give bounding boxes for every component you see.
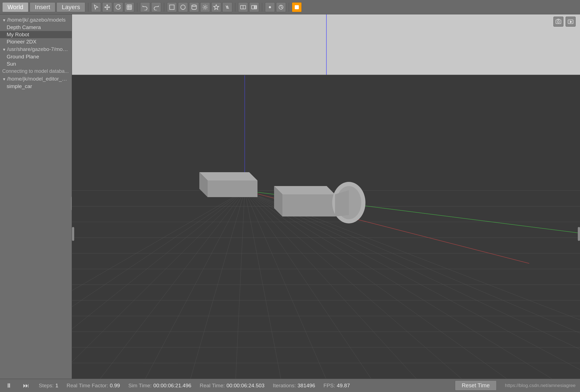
tool-orange[interactable] [292, 2, 302, 12]
svg-marker-35 [335, 190, 349, 216]
sidebar-item-sun[interactable]: Sun [0, 60, 72, 68]
iterations-label: Iterations: [273, 383, 296, 389]
screenshot-icon[interactable] [553, 17, 563, 27]
statusbar: ⏸ ⏭ Steps: 1 Real Time Factor: 0.99 Sim … [0, 379, 580, 392]
steps-label: Steps: [39, 383, 54, 389]
tab-insert[interactable]: Insert [30, 2, 55, 12]
svg-marker-27 [199, 172, 257, 180]
svg-marker-26 [570, 21, 572, 23]
reset-time-button[interactable]: Reset Time [455, 380, 497, 391]
status-fps: FPS: 49.87 [323, 383, 350, 389]
toolbar-separator-2 [137, 3, 137, 12]
tool-cylinder[interactable] [189, 2, 199, 12]
model-depth-camera[interactable] [266, 175, 371, 230]
svg-marker-28 [208, 180, 257, 197]
toolbar-separator-3 [164, 3, 164, 12]
toolbar-separator-1 [88, 3, 88, 12]
sidebar-group-home-gazebo[interactable]: /home/jk/.gazebo/models [0, 16, 72, 24]
svg-rect-0 [127, 5, 132, 9]
tool-model2[interactable] [249, 2, 259, 12]
sidebar-group-usr-share[interactable]: /usr/share/gazebo-7/models [0, 45, 72, 53]
main-toolbar: World Insert Layers [0, 0, 580, 14]
tool-move[interactable] [102, 2, 112, 12]
toolbar-separator-6 [289, 3, 289, 12]
svg-point-2 [181, 5, 185, 9]
3d-scene[interactable] [72, 75, 580, 379]
pause-button[interactable]: ⏸ [4, 381, 13, 390]
sim-time-label: Sim Time: [128, 383, 151, 389]
tab-layers[interactable]: Layers [56, 2, 85, 12]
svg-line-8 [207, 9, 207, 9]
vertical-axis-line [326, 14, 327, 75]
fps-label: FPS: [323, 383, 335, 389]
main-content: /home/jk/.gazebo/models Depth Camera My … [0, 14, 580, 379]
tab-world[interactable]: World [2, 2, 29, 12]
toolbar-separator-4 [235, 3, 235, 12]
sidebar-item-depth-camera[interactable]: Depth Camera [0, 24, 72, 31]
model-my-robot[interactable] [191, 167, 269, 200]
sim-time-value: 00:00:06:21.496 [153, 383, 191, 389]
sidebar-group-model-editor[interactable]: /home/jk/model_editor_mo... [0, 75, 72, 83]
svg-point-4 [204, 6, 206, 8]
steps-value: 1 [55, 383, 58, 389]
tool-spot-light[interactable] [222, 2, 232, 12]
svg-rect-1 [170, 5, 174, 9]
tool-scale[interactable] [124, 2, 134, 12]
tool-sphere[interactable] [178, 2, 188, 12]
rtf-label: Real Time Factor: [66, 383, 108, 389]
left-edge-handle[interactable] [72, 227, 74, 241]
svg-line-11 [203, 9, 204, 9]
status-real-time: Real Time: 00:00:06:24.503 [200, 383, 264, 389]
viewport-icons [553, 17, 576, 27]
viewport [72, 14, 580, 379]
toolbar-separator-5 [262, 3, 262, 12]
tool-model1[interactable] [238, 2, 248, 12]
sidebar-panel: /home/jk/.gazebo/models Depth Camera My … [0, 14, 72, 379]
status-sim-time: Sim Time: 00:00:06:21.496 [128, 383, 191, 389]
svg-marker-13 [214, 4, 219, 9]
real-time-value: 00:00:06:24.503 [226, 383, 264, 389]
tool-rotate[interactable] [113, 2, 123, 12]
tool-link[interactable] [276, 2, 286, 12]
fps-value: 49.87 [337, 383, 350, 389]
tool-undo[interactable] [140, 2, 150, 12]
tool-redo[interactable] [151, 2, 161, 12]
svg-marker-30 [274, 186, 335, 194]
record-icon[interactable] [566, 17, 576, 27]
status-url: https://blog.csdn.net/amnesiagree [505, 383, 576, 388]
tool-sun[interactable] [200, 2, 210, 12]
status-iterations: Iterations: 381496 [273, 383, 315, 389]
svg-marker-31 [282, 194, 335, 216]
sidebar-item-pioneer-2dx[interactable]: Pioneer 2DX [0, 38, 72, 45]
sky-preview [72, 14, 580, 75]
status-steps: Steps: 1 [39, 383, 58, 389]
svg-line-7 [203, 5, 204, 6]
svg-point-3 [192, 5, 197, 6]
sidebar-item-my-robot[interactable]: My Robot [0, 31, 72, 38]
real-time-label: Real Time: [200, 383, 225, 389]
sidebar-item-simple-car[interactable]: simple_car [0, 83, 72, 90]
step-button[interactable]: ⏭ [22, 381, 30, 390]
tool-box[interactable] [167, 2, 177, 12]
svg-line-12 [207, 5, 207, 6]
svg-point-24 [557, 21, 559, 23]
right-edge-handle[interactable] [578, 227, 580, 241]
svg-rect-22 [295, 5, 299, 9]
sidebar-item-ground-plane[interactable]: Ground Plane [0, 53, 72, 60]
iterations-value: 381496 [298, 383, 315, 389]
tool-point-light[interactable] [211, 2, 221, 12]
status-rtf: Real Time Factor: 0.99 [66, 383, 120, 389]
svg-rect-19 [255, 6, 256, 8]
tool-joint[interactable] [265, 2, 275, 12]
tool-select[interactable] [91, 2, 101, 12]
sidebar-connecting: Connecting to model databa... [0, 68, 72, 75]
rtf-value: 0.99 [110, 383, 120, 389]
